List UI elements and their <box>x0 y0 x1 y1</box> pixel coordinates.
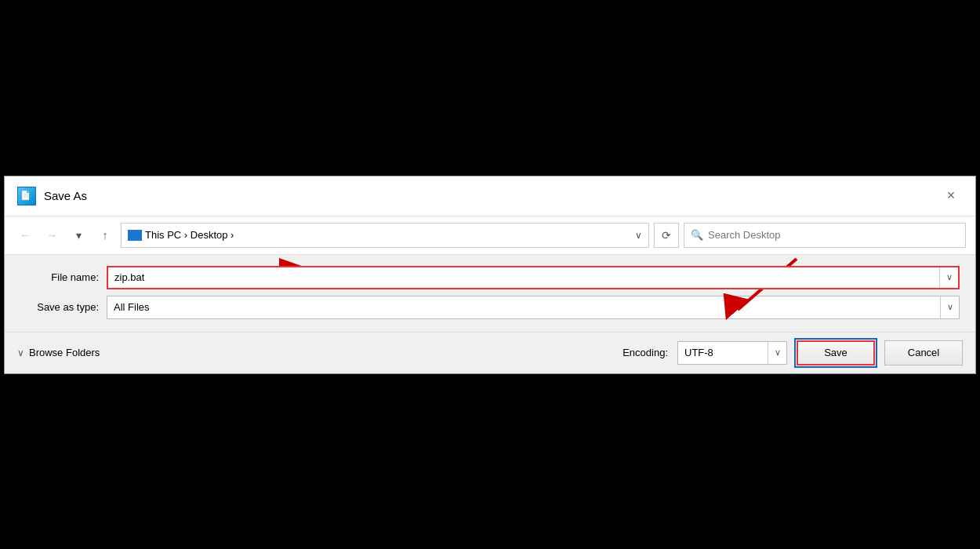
file-name-label: File name: <box>20 271 107 283</box>
refresh-button[interactable]: ⟳ <box>654 223 679 248</box>
save-type-dropdown-arrow[interactable]: ∨ <box>940 296 959 318</box>
bottom-bar: ∨ Browse Folders Encoding: UTF-8 ∨ Save … <box>5 332 975 373</box>
save-type-text: All Files <box>107 301 940 313</box>
encoding-label: Encoding: <box>622 347 668 358</box>
file-name-input-wrapper[interactable]: ∨ <box>107 266 960 289</box>
cancel-label: Cancel <box>908 347 939 358</box>
search-icon: 🔍 <box>691 229 703 241</box>
save-type-wrapper[interactable]: All Files ∨ <box>107 296 960 319</box>
form-area: File name: ∨ Save as type: All Files ∨ <box>5 255 975 332</box>
up-button[interactable]: ↑ <box>94 224 116 246</box>
browse-folders-button[interactable]: ∨ Browse Folders <box>17 347 100 358</box>
save-as-dialog: Save As × ← → ▾ ↑ This PC › Desktop › ∨ <box>4 176 976 374</box>
file-name-input[interactable] <box>108 271 939 283</box>
encoding-dropdown-arrow[interactable]: ∨ <box>768 342 786 364</box>
dialog-icon <box>17 187 36 205</box>
back-icon: ← <box>20 229 31 242</box>
dialog-title: Save As <box>44 189 87 202</box>
address-text: This PC › Desktop › <box>145 229 632 241</box>
file-name-dropdown-arrow[interactable]: ∨ <box>939 267 958 288</box>
browse-folders-label: Browse Folders <box>29 347 100 358</box>
bottom-right: Encoding: UTF-8 ∨ Save Cancel <box>622 340 963 365</box>
search-input[interactable] <box>708 229 959 241</box>
recent-locations-button[interactable]: ▾ <box>67 224 89 246</box>
document-icon <box>21 191 32 202</box>
refresh-icon: ⟳ <box>662 229 671 242</box>
encoding-value: UTF-8 <box>678 347 768 358</box>
title-bar: Save As × <box>5 176 975 216</box>
up-icon: ↑ <box>103 229 108 242</box>
location-icon <box>128 230 142 241</box>
save-label: Save <box>824 347 848 358</box>
search-box[interactable]: 🔍 <box>684 223 966 248</box>
forward-button[interactable]: → <box>41 224 63 246</box>
browse-folders-chevron-icon: ∨ <box>17 347 24 358</box>
close-button[interactable]: × <box>939 184 963 208</box>
cancel-button[interactable]: Cancel <box>884 340 963 365</box>
forward-icon: → <box>46 229 57 242</box>
title-bar-left: Save As <box>17 187 87 205</box>
svg-rect-1 <box>27 191 29 193</box>
file-name-row: File name: ∨ <box>20 266 960 289</box>
save-type-label: Save as type: <box>20 301 107 313</box>
back-button[interactable]: ← <box>14 224 36 246</box>
save-button[interactable]: Save <box>797 340 875 365</box>
chevron-down-icon: ▾ <box>76 229 82 242</box>
address-chevron-icon[interactable]: ∨ <box>635 230 642 241</box>
background: Save As × ← → ▾ ↑ This PC › Desktop › ∨ <box>0 0 980 549</box>
encoding-select[interactable]: UTF-8 ∨ <box>677 341 787 365</box>
address-bar[interactable]: This PC › Desktop › ∨ <box>121 223 649 248</box>
save-type-row: Save as type: All Files ∨ <box>20 296 960 319</box>
navigation-bar: ← → ▾ ↑ This PC › Desktop › ∨ ⟳ 🔍 <box>5 216 975 255</box>
